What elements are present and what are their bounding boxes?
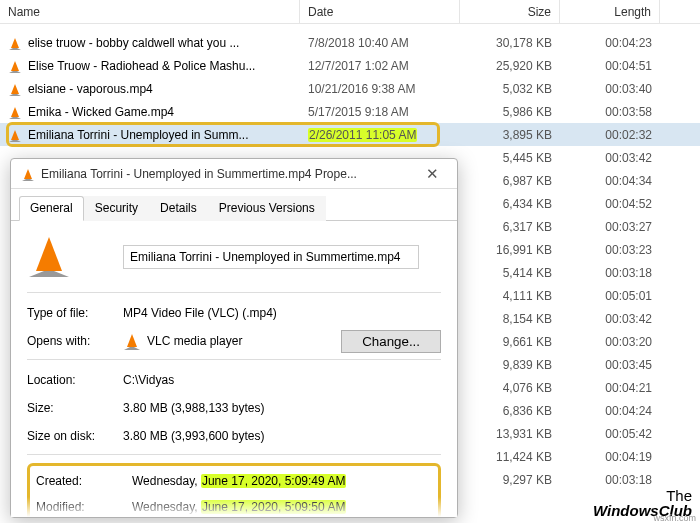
- opens-with-value: VLC media player: [123, 332, 341, 350]
- table-row[interactable]: elsiane - vaporous.mp4 10/21/2016 9:38 A…: [0, 77, 700, 100]
- file-date: 12/7/2017 1:02 AM: [300, 59, 460, 73]
- file-name: Emika - Wicked Game.mp4: [28, 105, 174, 119]
- file-size: 4,076 KB: [460, 381, 560, 395]
- table-row[interactable]: elise truow - bobby caldwell what you ..…: [0, 31, 700, 54]
- file-size: 6,434 KB: [460, 197, 560, 211]
- properties-dialog: Emiliana Torrini - Unemployed in Summert…: [10, 158, 458, 518]
- file-size: 16,991 KB: [460, 243, 560, 257]
- col-date[interactable]: Date: [300, 0, 460, 23]
- file-name: elsiane - vaporous.mp4: [28, 82, 153, 96]
- file-size: 11,424 KB: [460, 450, 560, 464]
- file-length: 00:03:58: [560, 105, 660, 119]
- file-length: 00:03:23: [560, 243, 660, 257]
- size-label: Size:: [27, 401, 123, 415]
- size-on-disk-label: Size on disk:: [27, 429, 123, 443]
- vlc-icon: [8, 105, 22, 119]
- file-length: 00:04:34: [560, 174, 660, 188]
- change-button[interactable]: Change...: [341, 330, 441, 353]
- file-length: 00:02:32: [560, 128, 660, 142]
- tab-previous-versions[interactable]: Previous Versions: [208, 196, 326, 221]
- file-length: 00:05:01: [560, 289, 660, 303]
- file-date: 10/21/2016 9:38 AM: [300, 82, 460, 96]
- table-row[interactable]: Elise Truow - Radiohead & Police Mashu..…: [0, 54, 700, 77]
- file-length: 00:04:51: [560, 59, 660, 73]
- column-header: Name Date Size Length: [0, 0, 700, 24]
- file-size: 9,297 KB: [460, 473, 560, 487]
- file-size: 5,986 KB: [460, 105, 560, 119]
- file-length: 00:03:18: [560, 266, 660, 280]
- dialog-titlebar[interactable]: Emiliana Torrini - Unemployed in Summert…: [11, 159, 457, 189]
- wsxfn-watermark: wsxfn.com: [653, 513, 696, 523]
- file-name: Elise Truow - Radiohead & Police Mashu..…: [28, 59, 255, 73]
- file-name: Emiliana Torrini - Unemployed in Summ...: [28, 128, 249, 142]
- file-size: 30,178 KB: [460, 36, 560, 50]
- file-length: 00:05:42: [560, 427, 660, 441]
- filename-input[interactable]: Emiliana Torrini - Unemployed in Summert…: [123, 245, 419, 269]
- vlc-icon: [8, 82, 22, 96]
- col-length[interactable]: Length: [560, 0, 660, 23]
- file-size: 3,895 KB: [460, 128, 560, 142]
- file-date: 7/8/2018 10:40 AM: [300, 36, 460, 50]
- file-date: 5/17/2015 9:18 AM: [300, 105, 460, 119]
- file-length: 00:03:18: [560, 473, 660, 487]
- location-label: Location:: [27, 373, 123, 387]
- created-value: Wednesday, June 17, 2020, 5:09:49 AM: [132, 474, 432, 488]
- tab-general[interactable]: General: [19, 196, 84, 221]
- file-length: 00:04:24: [560, 404, 660, 418]
- location-value: C:\Vidyas: [123, 373, 441, 387]
- file-size: 4,111 KB: [460, 289, 560, 303]
- opens-with-label: Opens with:: [27, 334, 123, 348]
- table-row[interactable]: [0, 24, 700, 31]
- vlc-icon-large: [27, 233, 71, 277]
- col-name[interactable]: Name: [0, 0, 300, 23]
- dialog-title: Emiliana Torrini - Unemployed in Summert…: [41, 167, 417, 181]
- file-length: 00:04:19: [560, 450, 660, 464]
- size-value: 3.80 MB (3,988,133 bytes): [123, 401, 441, 415]
- file-name: elise truow - bobby caldwell what you ..…: [28, 36, 239, 50]
- type-label: Type of file:: [27, 306, 123, 320]
- vlc-icon: [21, 167, 35, 181]
- type-value: MP4 Video File (VLC) (.mp4): [123, 306, 441, 320]
- file-size: 6,836 KB: [460, 404, 560, 418]
- file-length: 00:04:21: [560, 381, 660, 395]
- vlc-icon: [8, 128, 22, 142]
- tab-details[interactable]: Details: [149, 196, 208, 221]
- file-date: 2/26/2011 11:05 AM: [300, 128, 460, 142]
- vlc-icon: [8, 59, 22, 73]
- file-size: 5,032 KB: [460, 82, 560, 96]
- file-size: 13,931 KB: [460, 427, 560, 441]
- size-on-disk-value: 3.80 MB (3,993,600 bytes): [123, 429, 441, 443]
- file-length: 00:04:52: [560, 197, 660, 211]
- created-label: Created:: [36, 474, 132, 488]
- file-length: 00:03:42: [560, 151, 660, 165]
- file-length: 00:03:20: [560, 335, 660, 349]
- dialog-tabs: General Security Details Previous Versio…: [11, 189, 457, 221]
- file-size: 9,661 KB: [460, 335, 560, 349]
- file-length: 00:03:40: [560, 82, 660, 96]
- file-length: 00:03:27: [560, 220, 660, 234]
- file-length: 00:03:42: [560, 312, 660, 326]
- file-size: 6,987 KB: [460, 174, 560, 188]
- file-length: 00:04:23: [560, 36, 660, 50]
- file-size: 25,920 KB: [460, 59, 560, 73]
- file-length: 00:03:45: [560, 358, 660, 372]
- file-size: 6,317 KB: [460, 220, 560, 234]
- vlc-icon: [8, 36, 22, 50]
- tab-body-general: Emiliana Torrini - Unemployed in Summert…: [11, 221, 457, 517]
- col-size[interactable]: Size: [460, 0, 560, 23]
- file-size: 5,445 KB: [460, 151, 560, 165]
- vlc-icon: [123, 332, 141, 350]
- close-icon[interactable]: ✕: [417, 165, 447, 183]
- file-size: 5,414 KB: [460, 266, 560, 280]
- table-row-selected[interactable]: Emiliana Torrini - Unemployed in Summ...…: [0, 123, 700, 146]
- tab-security[interactable]: Security: [84, 196, 149, 221]
- file-size: 9,839 KB: [460, 358, 560, 372]
- file-size: 8,154 KB: [460, 312, 560, 326]
- table-row[interactable]: Emika - Wicked Game.mp4 5/17/2015 9:18 A…: [0, 100, 700, 123]
